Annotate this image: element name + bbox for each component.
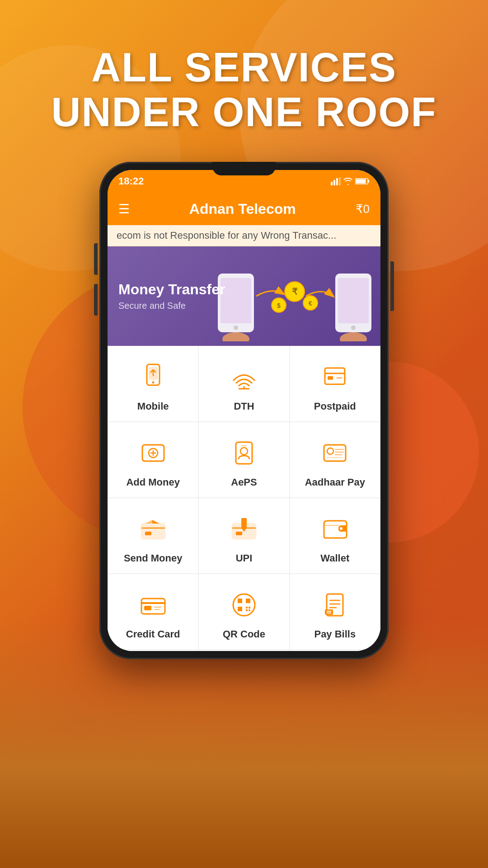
svg-rect-29 <box>328 376 333 380</box>
qr-code-icon <box>230 590 258 619</box>
svg-rect-12 <box>338 278 369 323</box>
svg-point-13 <box>351 326 356 330</box>
service-aeps2[interactable]: AePS <box>108 650 198 651</box>
svg-text:€: € <box>309 300 312 307</box>
status-time: 18:22 <box>118 175 144 187</box>
app-title: Adnan Telecom <box>189 201 296 217</box>
menu-icon[interactable]: ☰ <box>118 202 130 217</box>
credit-card-label: Credit Card <box>126 628 180 640</box>
service-postpaid[interactable]: Postpaid <box>290 346 380 422</box>
credit-card-icon <box>139 590 168 619</box>
service-mobile[interactable]: Mobile <box>108 346 198 422</box>
wallet-icon <box>320 514 349 543</box>
service-pay-bills[interactable]: Pay Bills <box>290 574 380 650</box>
aadhaar-pay-label: Aadhaar Pay <box>305 476 365 488</box>
postpaid-icon <box>320 363 349 392</box>
svg-rect-0 <box>331 182 333 185</box>
svg-text:₹: ₹ <box>292 287 298 297</box>
service-qr-code[interactable]: QR Code <box>198 574 289 650</box>
banner-illustration: ₹ $ € <box>213 251 376 341</box>
service-dmr[interactable]: DMR <box>198 650 289 651</box>
svg-point-10 <box>222 332 249 341</box>
svg-rect-30 <box>337 377 342 379</box>
mobile-icon-container <box>135 359 171 395</box>
svg-rect-2 <box>336 178 338 185</box>
headline: ALL SERVICES UNDER ONE ROOF <box>51 45 436 135</box>
service-current[interactable]: ₹ Current <box>290 650 380 651</box>
svg-rect-5 <box>356 179 366 184</box>
service-dth[interactable]: DTH <box>198 346 289 422</box>
postpaid-label: Postpaid <box>314 401 356 412</box>
main-content: ALL SERVICES UNDER ONE ROOF 18:22 <box>0 0 488 868</box>
service-add-money[interactable]: Add Money <box>108 422 198 498</box>
add-money-icon <box>139 439 168 467</box>
add-money-label: Add Money <box>126 476 180 488</box>
svg-rect-53 <box>144 606 151 610</box>
svg-rect-57 <box>238 599 242 603</box>
svg-rect-63 <box>249 609 250 611</box>
mobile-label: Mobile <box>137 401 169 412</box>
upi-icon-container <box>226 511 262 547</box>
send-money-icon <box>139 514 168 543</box>
service-aadhaar-pay[interactable]: Aadhaar Pay <box>290 422 380 498</box>
svg-rect-60 <box>246 607 248 609</box>
aeps-icon-container <box>226 435 262 471</box>
balance-display: ₹0 <box>356 202 370 216</box>
phone-mockup: 18:22 <box>99 162 389 659</box>
pay-bills-label: Pay Bills <box>314 628 356 640</box>
aeps-icon <box>230 439 258 467</box>
mobile-icon <box>139 363 168 392</box>
svg-point-49 <box>340 527 343 530</box>
svg-point-14 <box>340 332 367 341</box>
dth-icon-container <box>226 359 262 395</box>
svg-rect-68 <box>325 609 333 615</box>
service-aeps[interactable]: AePS <box>198 422 289 498</box>
aadhaar-icon-container <box>317 435 353 471</box>
marquee-bar: ecom is not Responsible for any Wrong Tr… <box>108 225 380 246</box>
promotional-banner[interactable]: Money Transfer Secure and Safe <box>108 246 380 346</box>
banner-subtitle: Secure and Safe <box>118 301 225 311</box>
svg-point-35 <box>240 448 248 455</box>
aeps-label: AePS <box>231 476 257 488</box>
svg-point-9 <box>234 326 238 330</box>
service-send-money[interactable]: Send Money <box>108 498 198 574</box>
wallet-label: Wallet <box>320 552 349 564</box>
svg-rect-58 <box>246 599 250 603</box>
svg-point-22 <box>152 382 154 384</box>
volume-down-button <box>94 284 98 316</box>
postpaid-icon-container <box>317 359 353 395</box>
headline-line1: ALL SERVICES <box>51 45 436 90</box>
upi-icon <box>230 514 258 543</box>
send-money-icon-container <box>135 511 171 547</box>
svg-rect-61 <box>249 607 250 609</box>
power-button <box>390 261 394 311</box>
volume-up-button <box>94 243 98 275</box>
svg-rect-6 <box>368 180 369 183</box>
wallet-icon-container <box>317 511 353 547</box>
signal-icon <box>331 177 341 185</box>
service-upi[interactable]: UPI <box>198 498 289 574</box>
dth-label: DTH <box>234 401 254 412</box>
pay-bills-icon <box>320 590 349 619</box>
marquee-text: ecom is not Responsible for any Wrong Tr… <box>117 230 336 241</box>
banner-graphic: ₹ $ € <box>209 246 380 346</box>
dth-icon <box>230 363 258 392</box>
svg-rect-59 <box>238 607 242 611</box>
svg-rect-1 <box>333 180 335 185</box>
services-grid: Mobile DTH <box>108 346 380 651</box>
app-header: ☰ Adnan Telecom ₹0 <box>108 193 380 225</box>
aadhaar-icon <box>320 439 349 467</box>
service-wallet[interactable]: Wallet <box>290 498 380 574</box>
add-money-icon-container <box>135 435 171 471</box>
pay-bills-icon-container <box>317 587 353 623</box>
svg-rect-27 <box>325 368 345 384</box>
svg-rect-43 <box>141 524 165 539</box>
credit-card-icon-container <box>135 587 171 623</box>
service-credit-card[interactable]: Credit Card <box>108 574 198 650</box>
svg-rect-45 <box>145 532 151 535</box>
svg-point-56 <box>233 594 255 616</box>
svg-point-38 <box>327 448 333 454</box>
svg-rect-48 <box>236 532 242 535</box>
phone-notch <box>212 162 276 175</box>
wifi-icon <box>343 177 353 185</box>
